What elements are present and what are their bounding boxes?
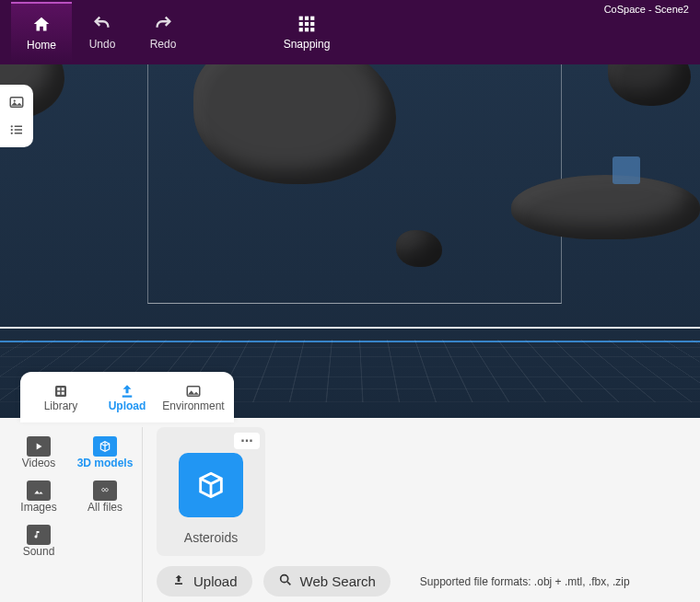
redo-button[interactable]: Redo [133, 2, 193, 63]
asteroid-object[interactable] [511, 175, 700, 239]
asset-card-asteroids[interactable]: ··· Asteroids [157, 427, 265, 556]
upload-icon [115, 383, 139, 399]
filter-videos[interactable]: Videos [6, 433, 72, 473]
action-row: Upload Web Search Supported file formats… [157, 566, 691, 596]
gizmo-handle[interactable] [612, 156, 640, 184]
tab-upload-label: Upload [109, 399, 146, 412]
svg-point-13 [11, 129, 13, 131]
asteroid-object[interactable] [608, 64, 691, 106]
svg-rect-19 [62, 388, 64, 390]
app-title: CoSpace - Scene2 [604, 4, 689, 15]
undo-button[interactable]: Undo [72, 2, 133, 63]
svg-rect-7 [305, 28, 309, 31]
undo-icon [90, 14, 114, 34]
svg-rect-6 [299, 28, 303, 31]
upload-action-icon [171, 573, 186, 590]
horizon-line [0, 327, 700, 329]
web-search-label: Web Search [300, 573, 376, 589]
svg-point-11 [11, 125, 13, 127]
scene-image-icon[interactable] [6, 92, 27, 112]
svg-rect-12 [15, 126, 22, 128]
tab-environment-label: Environment [162, 399, 224, 412]
filter-images[interactable]: Images [6, 477, 72, 517]
side-toolbox [0, 85, 33, 147]
filter-sidebar: Videos 3D models Images All files [0, 427, 143, 602]
upload-button[interactable]: Upload [157, 566, 252, 596]
filter-allfiles-label: All files [88, 501, 122, 514]
sound-icon [27, 525, 51, 545]
snapping-icon [295, 14, 319, 34]
filter-3d-models[interactable]: 3D models [72, 433, 138, 473]
snapping-button[interactable]: Snapping [276, 2, 337, 63]
tab-upload[interactable]: Upload [94, 375, 160, 421]
scene-list-icon[interactable] [6, 120, 27, 140]
svg-rect-14 [15, 129, 22, 131]
svg-point-10 [14, 99, 16, 101]
svg-rect-22 [122, 395, 133, 397]
library-icon [49, 383, 73, 399]
svg-rect-4 [305, 22, 309, 26]
svg-rect-0 [299, 17, 303, 20]
home-button[interactable]: Home [11, 2, 72, 63]
redo-icon [151, 14, 175, 34]
svg-rect-16 [15, 133, 22, 134]
filter-sound[interactable]: Sound [6, 521, 72, 561]
asset-name: Asteroids [184, 530, 238, 545]
svg-rect-5 [310, 22, 314, 26]
filter-sound-label: Sound [23, 545, 55, 558]
filter-images-label: Images [20, 501, 56, 514]
svg-rect-24 [175, 583, 182, 585]
snapping-label: Snapping [284, 38, 331, 51]
svg-rect-20 [57, 391, 60, 394]
svg-point-25 [280, 575, 287, 583]
asset-panel: Library Upload Environment Videos [0, 418, 700, 602]
filter-videos-label: Videos [22, 457, 55, 469]
cube-icon [93, 436, 117, 457]
svg-rect-3 [299, 22, 303, 26]
svg-rect-8 [310, 28, 314, 31]
supported-formats: Supported file formats: .obj + .mtl, .fb… [420, 575, 630, 588]
video-icon [27, 436, 51, 457]
asset-thumbnail [179, 453, 243, 517]
tab-library-label: Library [44, 399, 78, 412]
infinity-icon [93, 480, 117, 501]
home-icon [29, 15, 53, 35]
asset-menu-button[interactable]: ··· [234, 433, 260, 449]
upload-button-label: Upload [193, 573, 238, 589]
tab-environment[interactable]: Environment [160, 375, 227, 421]
environment-icon [181, 383, 205, 399]
redo-label: Redo [150, 38, 177, 51]
top-toolbar: CoSpace - Scene2 Home Undo Redo Snapping [0, 0, 700, 64]
image-icon [27, 480, 51, 501]
svg-point-15 [11, 133, 13, 134]
tab-library[interactable]: Library [28, 375, 94, 421]
filter-3dmodels-label: 3D models [77, 457, 134, 469]
search-icon [278, 573, 293, 590]
asset-content: ··· Asteroids Upload Web Search Supporte… [157, 427, 691, 602]
undo-label: Undo [89, 38, 116, 51]
asteroid-object[interactable] [396, 230, 442, 267]
home-label: Home [27, 39, 56, 52]
svg-rect-21 [62, 391, 64, 394]
panel-tabs: Library Upload Environment [20, 372, 234, 423]
web-search-button[interactable]: Web Search [263, 566, 391, 596]
filter-all-files[interactable]: All files [72, 477, 138, 517]
svg-rect-18 [57, 388, 60, 390]
svg-rect-17 [55, 386, 66, 397]
svg-rect-2 [310, 17, 314, 20]
svg-rect-1 [305, 17, 309, 20]
